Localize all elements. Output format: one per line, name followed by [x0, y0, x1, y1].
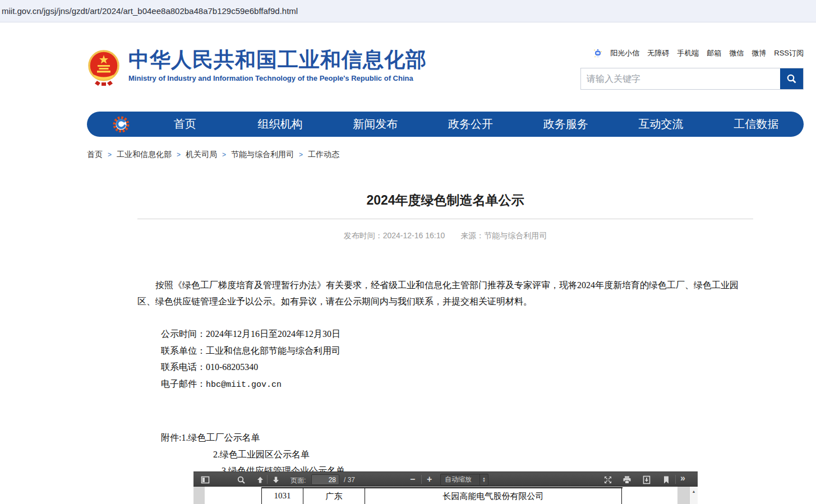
- pdf-toolbar: 页面: / 37 − + 自动缩放 ▲▼: [193, 471, 698, 487]
- bookmark-button[interactable]: [661, 475, 671, 484]
- site-subtitle: Ministry of Industry and Information Tec…: [128, 74, 427, 82]
- quick-link-wechat[interactable]: 微信: [729, 48, 744, 58]
- article-title: 2024年度绿色制造名单公示: [137, 192, 753, 208]
- toolbar-divider: [267, 475, 268, 484]
- pdf-search-button[interactable]: [236, 475, 246, 484]
- nav-item-home[interactable]: 首页: [137, 117, 233, 132]
- article-meta: 发布时间：2024-12-16 16:10来源：节能与综合利用司: [137, 231, 753, 241]
- quick-link-weibo[interactable]: 微博: [752, 48, 766, 58]
- browser-url-bar[interactable]: miit.gov.cn/jgsj/jns/gzdt/art/2024/art_b…: [0, 0, 816, 22]
- breadcrumb-separator: >: [108, 151, 112, 159]
- table-cell-province: 广东: [303, 488, 365, 504]
- table-cell-company: 长园高能电气股份有限公司: [365, 488, 622, 504]
- article: 2024年度绿色制造名单公示 发布时间：2024-12-16 16:10来源：节…: [87, 168, 804, 479]
- nav-item-organization[interactable]: 组织机构: [233, 117, 328, 132]
- page-down-button[interactable]: [271, 475, 280, 484]
- page-label: 页面:: [291, 476, 306, 485]
- pdf-page-view: 1031 广东 长园高能电气股份有限公司 ▲: [193, 487, 698, 504]
- breadcrumb-home[interactable]: 首页: [87, 150, 103, 160]
- more-tools-button[interactable]: »: [680, 473, 685, 484]
- zoom-mode-value: 自动缩放: [441, 475, 480, 484]
- page-number-input[interactable]: [311, 474, 339, 485]
- quick-link-accessibility[interactable]: 无障碍: [647, 48, 669, 58]
- contact-phone: 联系电话：010-68205340: [137, 359, 753, 376]
- print-button[interactable]: [622, 475, 631, 484]
- attachments-label: 附件:: [161, 433, 181, 442]
- breadcrumb: 首页 > 工业和信息化部 > 机关司局 > 节能与综合利用司 > 工作动态: [87, 150, 339, 160]
- title-divider: [137, 219, 753, 219]
- miit-gear-logo-icon: [112, 115, 131, 134]
- email-address: hbc@miit.gov.cn: [206, 380, 282, 390]
- search-input[interactable]: [581, 68, 780, 89]
- quick-link-rss[interactable]: RSS订阅: [774, 48, 804, 58]
- pdf-page: 1031 广东 长园高能电气股份有限公司: [205, 487, 677, 504]
- nav-item-interaction[interactable]: 互动交流: [614, 117, 709, 132]
- sidebar-toggle-button[interactable]: [200, 475, 210, 484]
- breadcrumb-separator: >: [299, 151, 303, 159]
- page-total: / 37: [344, 476, 355, 484]
- search-box: [580, 68, 804, 90]
- breadcrumb-separator: >: [177, 151, 181, 159]
- download-button[interactable]: [642, 475, 651, 484]
- nav-item-news[interactable]: 新闻发布: [328, 117, 423, 132]
- zoom-out-button[interactable]: −: [410, 474, 415, 485]
- publish-time: 2024-12-16 16:10: [383, 231, 445, 240]
- presentation-mode-button[interactable]: [603, 475, 612, 484]
- search-icon: [786, 73, 797, 84]
- site-title: 中华人民共和国工业和信息化部: [128, 48, 427, 72]
- breadcrumb-work-updates[interactable]: 工作动态: [308, 150, 339, 160]
- breadcrumb-energy-dept[interactable]: 节能与综合利用司: [231, 150, 294, 160]
- source-value: 节能与综合利用司: [484, 231, 547, 240]
- breadcrumb-departments[interactable]: 机关司局: [186, 150, 217, 160]
- nav-item-gov-services[interactable]: 政务服务: [518, 117, 614, 132]
- nav-item-data[interactable]: 工信数据: [708, 117, 804, 132]
- pdf-table-row: 1031 广东 长园高能电气股份有限公司: [261, 487, 623, 504]
- header-right: 阳光小信 无障碍 手机端 邮箱 微信 微博 RSS订阅: [580, 47, 804, 90]
- mascot-robot-icon: [593, 48, 602, 58]
- zoom-select-spinner-icon: ▲▼: [480, 474, 488, 485]
- pdf-viewer: 页面: / 37 − + 自动缩放 ▲▼: [193, 471, 698, 504]
- quick-link-mobile[interactable]: 手机端: [677, 48, 699, 58]
- notice-period: 公示时间：2024年12月16日至2024年12月30日: [137, 326, 753, 343]
- national-emblem-icon: [87, 48, 121, 86]
- toolbar-divider: [421, 475, 422, 484]
- scroll-up-arrow-icon[interactable]: ▲: [690, 489, 698, 493]
- toolbar-divider: [675, 475, 676, 484]
- article-paragraph: 按照《绿色工厂梯度培育及管理暂行办法》有关要求，经省级工业和信息化主管部门推荐及…: [137, 277, 753, 309]
- breadcrumb-separator: >: [222, 151, 226, 159]
- table-cell-id: 1031: [261, 488, 303, 504]
- publish-time-label: 发布时间：: [344, 231, 383, 240]
- page-up-button[interactable]: [255, 475, 265, 484]
- contact-info: 公示时间：2024年12月16日至2024年12月30日 联系单位：工业和信息化…: [137, 326, 753, 394]
- nav-item-gov-disclosure[interactable]: 政务公开: [423, 117, 518, 132]
- email-label: 电子邮件：: [161, 379, 206, 389]
- contact-email-line: 电子邮件：hbc@miit.gov.cn: [137, 376, 753, 394]
- zoom-in-button[interactable]: +: [427, 474, 432, 485]
- quick-link-mail[interactable]: 邮箱: [707, 48, 721, 58]
- quick-links: 阳光小信 无障碍 手机端 邮箱 微信 微博 RSS订阅: [580, 47, 804, 59]
- attachment-green-factory[interactable]: 1.绿色工厂公示名单: [181, 433, 260, 442]
- zoom-mode-select[interactable]: 自动缩放 ▲▼: [440, 474, 488, 485]
- attachment-green-industrial-park[interactable]: 2.绿色工业园区公示名单: [213, 450, 310, 459]
- search-button[interactable]: [780, 68, 803, 89]
- pdf-scrollbar[interactable]: ▲: [689, 487, 698, 504]
- breadcrumb-miit[interactable]: 工业和信息化部: [117, 150, 172, 160]
- contact-unit: 联系单位：工业和信息化部节能与综合利用司: [137, 343, 753, 359]
- quick-link-sunshine[interactable]: 阳光小信: [610, 48, 639, 58]
- page-url: miit.gov.cn/jgsj/jns/gzdt/art/2024/art_b…: [2, 6, 298, 16]
- source-label: 来源：: [460, 231, 484, 240]
- main-nav: 首页 组织机构 新闻发布 政务公开 政务服务 互动交流 工信数据: [87, 112, 804, 137]
- site-brand: 中华人民共和国工业和信息化部 Ministry of Industry and …: [87, 48, 427, 86]
